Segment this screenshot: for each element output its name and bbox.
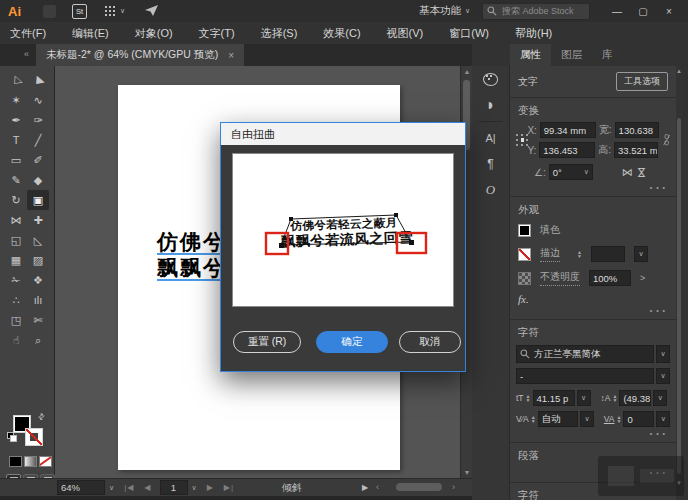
rotate-tool[interactable]: ↻ <box>5 190 27 210</box>
angle-field[interactable]: 0° ∨ <box>549 164 593 180</box>
scroll-left-icon[interactable]: ‹ <box>376 482 384 492</box>
none-button[interactable] <box>39 456 52 467</box>
height-field[interactable]: 33.521 m <box>614 142 658 158</box>
zoom-tool[interactable]: ⌕ <box>27 330 49 350</box>
font-family-field[interactable]: 方正兰亭黑简体 <box>516 345 654 363</box>
symbol-sprayer-tool[interactable]: ∴ <box>5 290 27 310</box>
dialog-titlebar[interactable]: 自由扭曲 <box>221 123 465 145</box>
curvature-tool[interactable]: ✑ <box>27 110 49 130</box>
magic-wand-tool[interactable]: ✶ <box>5 90 27 110</box>
pencil-tool[interactable]: ✎ <box>5 170 27 190</box>
tab-properties[interactable]: 属性 <box>510 44 551 66</box>
width-tool[interactable]: ⋈ <box>5 210 27 230</box>
first-artboard-icon[interactable]: |◀ <box>124 483 134 492</box>
direct-selection-tool[interactable]: ▷ <box>5 70 27 90</box>
character-panel-icon[interactable]: A| <box>472 125 509 151</box>
swap-fill-stroke-icon[interactable]: ⇄ <box>36 411 47 422</box>
rectangle-tool[interactable]: ▭ <box>5 150 27 170</box>
minimize-button[interactable]: — <box>604 6 630 17</box>
eyedropper-tool[interactable]: ✁ <box>5 270 27 290</box>
stock-icon[interactable]: St <box>72 4 87 19</box>
zoom-level-field[interactable]: 64% <box>57 480 105 495</box>
opacity-expand-icon[interactable]: > <box>640 273 645 283</box>
scroll-down-icon[interactable]: ▼ <box>461 469 472 476</box>
tool-options-button[interactable]: 工具选项 <box>616 72 668 91</box>
leading-field[interactable]: (49.38 <box>619 390 651 406</box>
font-size-stepper[interactable]: ▲▼ <box>526 394 531 403</box>
stock-search-box[interactable] <box>482 3 590 20</box>
horizontal-scrollbar[interactable]: ‹ › <box>376 481 466 493</box>
tracking-dropdown[interactable]: ∨ <box>656 411 670 427</box>
chevron-down-icon[interactable]: ∨ <box>584 168 589 176</box>
chevron-down-icon[interactable]: ∨ <box>192 484 197 492</box>
puppet-warp-tool[interactable]: ✚ <box>27 210 49 230</box>
menu-object[interactable]: 对象(O) <box>135 26 173 41</box>
slice-tool[interactable]: ✄ <box>27 310 49 330</box>
stroke-label[interactable]: 描边 <box>540 246 560 262</box>
document-tab[interactable]: 未标题-2* @ 64% (CMYK/GPU 预览) × <box>36 44 244 66</box>
fx-button[interactable]: fx. <box>518 293 529 305</box>
menu-view[interactable]: 视图(V) <box>387 26 424 41</box>
opacity-field[interactable]: 100% <box>589 270 631 286</box>
menu-help[interactable]: 帮助(H) <box>515 26 552 41</box>
color-button[interactable] <box>9 456 22 467</box>
leading-dropdown[interactable]: ∨ <box>653 390 667 406</box>
last-artboard-icon[interactable]: ▶| <box>224 483 234 492</box>
maximize-button[interactable]: ▢ <box>630 6 656 17</box>
share-icon[interactable] <box>145 2 158 20</box>
chevron-down-icon[interactable]: ∨ <box>109 484 114 492</box>
horizontal-scroll-thumb[interactable] <box>396 483 442 491</box>
width-field[interactable]: 130.638 <box>615 122 659 138</box>
gradient-panel-icon[interactable]: ◗ <box>472 92 509 118</box>
gradient-button[interactable] <box>24 456 37 467</box>
menu-edit[interactable]: 编辑(E) <box>72 26 109 41</box>
tracking-field[interactable]: 0 <box>623 411 654 427</box>
menu-type[interactable]: 文字(T) <box>199 26 235 41</box>
kerning-stepper[interactable]: ▲▼ <box>531 415 536 424</box>
font-style-field[interactable]: - <box>516 368 654 384</box>
line-tool[interactable]: ╱ <box>27 130 49 150</box>
panel-scroll-thumb[interactable] <box>677 118 681 474</box>
paragraph-panel-icon[interactable]: ¶ <box>472 151 509 177</box>
tracking-stepper[interactable]: ▲▼ <box>617 415 622 424</box>
document-tab-close-icon[interactable]: × <box>228 50 234 61</box>
flip-horizontal-icon[interactable]: ⋈ <box>622 166 633 179</box>
lasso-tool[interactable]: ∿ <box>27 90 49 110</box>
search-input[interactable] <box>500 5 576 17</box>
selection-tool[interactable]: ▶ <box>27 70 49 90</box>
more-options-icon[interactable]: • • • <box>650 307 666 314</box>
tab-layers[interactable]: 图层 <box>551 44 592 66</box>
font-size-field[interactable]: 41.15 p <box>533 390 575 406</box>
fill-swatch[interactable] <box>518 224 531 237</box>
paintbrush-tool[interactable]: ✐ <box>27 150 49 170</box>
app-switcher-grid-icon[interactable] <box>105 6 116 17</box>
more-options-icon[interactable]: • • • <box>650 184 666 191</box>
artboard-tool[interactable]: ◳ <box>5 310 27 330</box>
eraser-tool[interactable]: ◆ <box>27 170 49 190</box>
graph-tool[interactable]: ılı <box>27 290 49 310</box>
free-transform-tool[interactable]: ▣ <box>27 190 49 210</box>
font-family-dropdown[interactable]: ∨ <box>656 345 670 363</box>
pen-tool[interactable]: ✒ <box>5 110 27 130</box>
reference-point-selector[interactable] <box>516 134 523 147</box>
distort-preview-area[interactable]: 仿佛兮若轻云之蔽月 飘飘兮若流风之回雪 <box>232 153 454 307</box>
more-options-icon[interactable]: • • • <box>650 430 666 437</box>
gradient-tool[interactable]: ▨ <box>27 250 49 270</box>
toolbar-collapse-icon[interactable]: « <box>24 49 29 59</box>
menu-select[interactable]: 选择(S) <box>261 26 298 41</box>
default-fill-stroke-icon[interactable] <box>7 432 16 441</box>
menu-window[interactable]: 窗口(W) <box>449 26 489 41</box>
prev-artboard-icon[interactable]: ◀ <box>144 483 151 492</box>
constrain-proportions-icon[interactable] <box>663 129 670 151</box>
opentype-panel-icon[interactable]: O <box>472 177 509 203</box>
mesh-tool[interactable]: ▦ <box>5 250 27 270</box>
hand-tool[interactable]: ☝ <box>5 330 27 350</box>
font-style-dropdown[interactable]: ∨ <box>656 368 670 384</box>
leading-stepper[interactable]: ▲▼ <box>612 394 617 403</box>
x-field[interactable]: 99.34 mm <box>540 122 596 138</box>
opacity-label[interactable]: 不透明度 <box>540 270 580 286</box>
stroke-weight-field[interactable] <box>591 246 625 262</box>
bridge-icon[interactable] <box>43 5 56 18</box>
flip-vertical-icon[interactable]: ⋈ <box>635 167 648 178</box>
shape-builder-tool[interactable]: ◱ <box>5 230 27 250</box>
